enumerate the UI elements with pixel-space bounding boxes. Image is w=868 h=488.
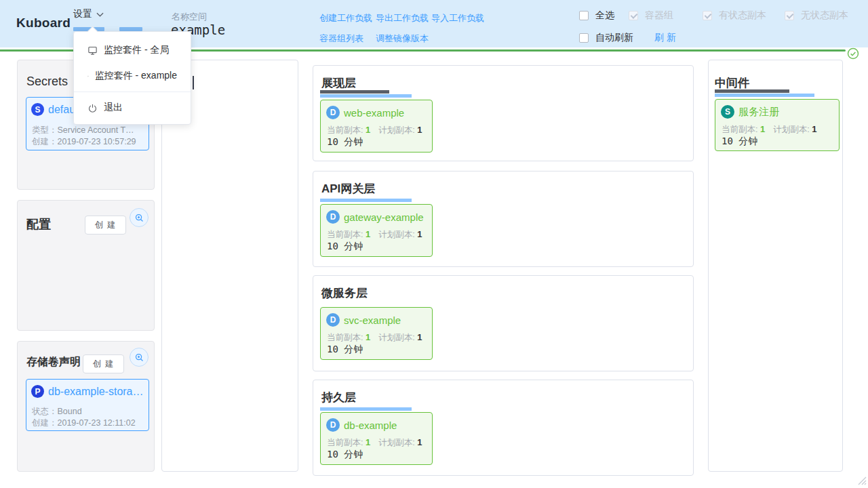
replica-counts: 当前副本: 1计划副本: 1: [722, 124, 816, 136]
pvc-panel-title: 存储卷声明: [26, 355, 81, 369]
workload-age: 10 分钟: [722, 136, 757, 148]
namespace-label: 名称空间: [172, 11, 207, 23]
check-circle-icon: [847, 47, 859, 60]
statefulset-badge-icon: S: [721, 105, 734, 119]
workload-age: 10 分钟: [327, 136, 363, 148]
usage-bar-blue: [320, 407, 412, 411]
configmap-panel-title: 配置: [26, 216, 51, 232]
replica-counts: 当前副本: 1计划副本: 1: [327, 332, 422, 344]
statefulset-checkbox: [703, 11, 712, 20]
create-pvc-button[interactable]: 创 建: [83, 354, 124, 373]
chevron-down-icon: [96, 12, 104, 17]
layer-panel-persistence: 持久层 D db-example 当前副本: 1计划副本: 1 10 分钟: [313, 380, 694, 476]
layer-panel-gateway: API网关层 D gateway-example 当前副本: 1计划副本: 1 …: [313, 171, 694, 267]
resize-grip-handle[interactable]: [856, 474, 867, 485]
configmap-panel: 配置 创 建: [17, 200, 155, 331]
layer-title: API网关层: [321, 181, 375, 197]
deployment-label: 无状态副本: [801, 9, 848, 22]
workload-name: web-example: [344, 107, 404, 119]
replica-counts: 当前副本: 1计划副本: 1: [327, 229, 422, 241]
export-workload-link[interactable]: 导出工作负载: [376, 12, 429, 24]
app-logo[interactable]: Kuboard: [16, 16, 71, 30]
secret-created-row: 创建：2019-07-23 10:57:29: [32, 136, 136, 148]
select-all-checkbox-group: 全选: [579, 9, 614, 22]
workload-name: db-example: [344, 420, 397, 431]
pvc-badge-icon: P: [31, 385, 44, 398]
usage-bar-blue: [320, 199, 412, 202]
settings-dropdown-menu: 监控套件 - 全局 监控套件 - example 退出: [73, 31, 191, 125]
menu-item-monitor-global[interactable]: 监控套件 - 全局: [74, 37, 191, 63]
magnifier-plus-icon: [134, 213, 144, 223]
select-all-checkbox[interactable]: [579, 11, 589, 20]
auto-refresh-checkbox[interactable]: [579, 33, 589, 43]
adjust-image-version-link[interactable]: 调整镜像版本: [376, 33, 429, 45]
kuboard-namespace-screen: Kuboard 设置 名称空间 example 创建工作负载 导出工作负载 导入…: [0, 0, 868, 488]
secret-badge-icon: S: [31, 103, 44, 116]
auto-refresh-label: 自动刷新: [595, 32, 633, 44]
secret-type-row: 类型：Service Account T…: [32, 125, 134, 136]
layer-panel-microservice: 微服务层 D svc-example 当前副本: 1计划副本: 1 10 分钟: [313, 275, 694, 371]
deployment-badge-icon: D: [326, 418, 340, 432]
magnifier-plus-icon: [134, 352, 144, 363]
menu-item-logout[interactable]: 退出: [74, 95, 191, 121]
pvc-status-row: 状态：Bound: [32, 406, 82, 418]
layer-title: 持久层: [321, 390, 356, 405]
workload-card-gateway-example[interactable]: D gateway-example 当前副本: 1计划副本: 1 10 分钟: [320, 204, 433, 257]
refresh-link[interactable]: 刷 新: [654, 32, 676, 44]
secrets-panel-title: Secrets: [26, 75, 68, 89]
workload-card-db-example[interactable]: D db-example 当前副本: 1计划副本: 1 10 分钟: [320, 412, 433, 465]
monitor-icon: [87, 45, 98, 56]
pvc-card[interactable]: P db-example-stora… 状态：Bound 创建：2019-07-…: [26, 379, 149, 431]
zoom-in-button[interactable]: [130, 208, 149, 227]
workload-card-web-example[interactable]: D web-example 当前副本: 1计划副本: 1 10 分钟: [320, 100, 433, 152]
filter-deployment-checkbox-group: 无状态副本: [785, 9, 848, 22]
usage-bar-dark: [320, 90, 389, 94]
settings-label: 设置: [73, 8, 92, 20]
deployment-badge-icon: D: [326, 106, 340, 119]
menu-divider: [74, 92, 191, 92]
menu-item-monitor-example[interactable]: 监控套件 - example: [74, 63, 191, 89]
layer-title: 微服务层: [321, 285, 368, 301]
workload-name: svc-example: [344, 314, 401, 326]
workload-age: 10 分钟: [327, 449, 363, 461]
pvc-name[interactable]: db-example-stora…: [48, 386, 144, 398]
pvc-created-row: 创建：2019-07-23 12:11:02: [32, 418, 136, 429]
usage-bar-blue: [715, 94, 814, 97]
workload-age: 10 分钟: [327, 241, 363, 253]
settings-menu-trigger[interactable]: 设置: [73, 8, 104, 20]
create-configmap-button[interactable]: 创 建: [85, 216, 126, 235]
layer-title: 展现层: [321, 75, 356, 91]
usage-bar-dark: [715, 89, 789, 93]
workload-card-svc-example[interactable]: D svc-example 当前副本: 1计划副本: 1 10 分钟: [320, 307, 433, 360]
workload-name: 服务注册: [738, 106, 779, 119]
workload-age: 10 分钟: [327, 344, 363, 356]
deployment-badge-icon: D: [326, 210, 340, 224]
workload-card-service-registry[interactable]: S 服务注册 当前副本: 1计划副本: 1 10 分钟: [715, 99, 840, 151]
auto-refresh-checkbox-group: 自动刷新: [579, 32, 633, 44]
create-workload-link[interactable]: 创建工作负载: [319, 12, 372, 24]
pod-list-link[interactable]: 容器组列表: [319, 33, 363, 45]
replica-counts: 当前副本: 1计划副本: 1: [327, 125, 422, 136]
deployment-checkbox: [785, 11, 794, 20]
monitor-icon: [87, 71, 89, 81]
clipped-panel-title: [193, 76, 194, 89]
filter-statefulset-checkbox-group: 有状态副本: [703, 9, 766, 22]
power-icon: [87, 103, 98, 113]
usage-bar-blue: [320, 94, 412, 98]
layer-panel-presentation: 展现层 D web-example 当前副本: 1计划副本: 1 10 分钟: [313, 65, 694, 161]
import-workload-link[interactable]: 导入工作负载: [431, 12, 484, 24]
workload-name: gateway-example: [344, 211, 424, 223]
replica-counts: 当前副本: 1计划副本: 1: [327, 437, 422, 449]
pvc-panel: 存储卷声明 创 建 P db-example-stora… 状态：Bound 创…: [17, 341, 155, 472]
filter-pods-checkbox-group: 容器组: [629, 9, 673, 22]
secret-name[interactable]: defau: [48, 104, 75, 116]
deployment-badge-icon: D: [326, 313, 340, 327]
middleware-title: 中间件: [715, 75, 749, 91]
middleware-panel: 中间件 S 服务注册 当前副本: 1计划副本: 1 10 分钟: [708, 60, 843, 472]
pods-label: 容器组: [645, 9, 673, 22]
select-all-label: 全选: [595, 9, 614, 22]
statefulset-label: 有状态副本: [719, 9, 766, 22]
pods-checkbox: [629, 11, 638, 20]
zoom-in-button[interactable]: [130, 348, 149, 367]
